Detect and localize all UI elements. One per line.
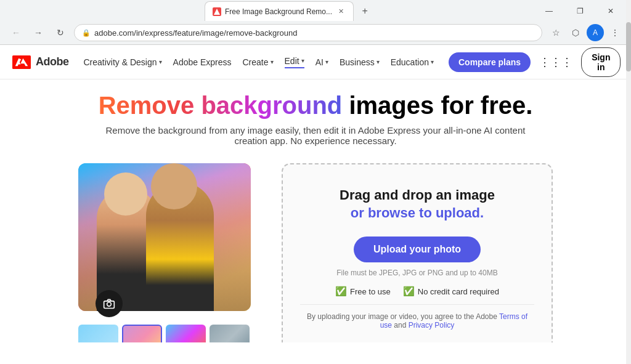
nav-adobe-express[interactable]: Adobe Express bbox=[173, 57, 232, 67]
thumbnail-1[interactable] bbox=[78, 325, 118, 342]
apps-grid-icon[interactable]: ⋮⋮⋮ bbox=[539, 55, 572, 69]
browser-chrome: Free Image Background Remo... ✕ + — ❐ ✕ … bbox=[0, 0, 631, 45]
chevron-down-icon: ▾ bbox=[159, 59, 162, 65]
maximize-button[interactable]: ❐ bbox=[566, 2, 594, 20]
feature-no-credit: ✅ No credit card required bbox=[403, 286, 499, 297]
hero-subtitle: Remove the background from any image eas… bbox=[100, 125, 531, 146]
thumbnail-4[interactable] bbox=[210, 325, 250, 342]
site-content: Adobe Creativity & Design ▾ Adobe Expres… bbox=[0, 45, 631, 342]
camera-button[interactable] bbox=[96, 290, 123, 317]
toolbar-icons: ☆ ⬡ A ⋮ bbox=[547, 24, 624, 41]
upload-drag-title: Drag and drop an image or browse to uplo… bbox=[340, 187, 495, 222]
upload-panel: Drag and drop an image or browse to uplo… bbox=[282, 163, 553, 342]
lock-icon: 🔒 bbox=[82, 29, 91, 37]
checkmark-icon-2: ✅ bbox=[403, 286, 415, 297]
minimize-button[interactable]: — bbox=[535, 2, 563, 20]
feature-free: ✅ Free to use bbox=[335, 286, 391, 297]
image-panel bbox=[78, 163, 263, 342]
tab-title: Free Image Background Remo... bbox=[225, 7, 332, 16]
hero-heading: Remove background images for free. bbox=[25, 92, 606, 119]
nav-business[interactable]: Business ▾ bbox=[340, 57, 380, 67]
adobe-wordmark: Adobe bbox=[36, 55, 69, 68]
tab-favicon bbox=[213, 7, 221, 16]
chevron-down-icon: ▾ bbox=[301, 57, 304, 64]
nav-actions: Compare plans ⋮⋮⋮ Sign in bbox=[449, 47, 621, 77]
scrollbar[interactable] bbox=[626, 0, 631, 364]
address-bar: ← → ↻ 🔒 adobe.com/in/express/feature/ima… bbox=[0, 22, 631, 44]
upload-browse-link[interactable]: or browse to upload. bbox=[351, 205, 484, 220]
bookmark-icon[interactable]: ☆ bbox=[547, 24, 564, 41]
nav-create[interactable]: Create ▾ bbox=[243, 57, 274, 67]
back-button[interactable]: ← bbox=[7, 24, 25, 41]
menu-icon[interactable]: ⋮ bbox=[606, 24, 624, 41]
main-content: Remove background images for free. Remov… bbox=[0, 79, 631, 342]
extensions-icon[interactable]: ⬡ bbox=[567, 24, 584, 41]
hero-plain-text: images for free. bbox=[342, 92, 532, 119]
chevron-down-icon: ▾ bbox=[431, 59, 434, 65]
nav-education[interactable]: Education ▾ bbox=[391, 57, 434, 67]
nav-creativity-design[interactable]: Creativity & Design ▾ bbox=[84, 57, 162, 67]
active-tab[interactable]: Free Image Background Remo... ✕ bbox=[205, 1, 354, 21]
compare-plans-button[interactable]: Compare plans bbox=[449, 52, 531, 72]
nav-items: Creativity & Design ▾ Adobe Express Crea… bbox=[84, 56, 434, 68]
file-types-text: File must be JPEG, JPG or PNG and up to … bbox=[336, 269, 497, 277]
thumbnail-row bbox=[78, 325, 263, 342]
nav-ai[interactable]: AI ▾ bbox=[316, 57, 328, 67]
title-bar: Free Image Background Remo... ✕ + — ❐ ✕ bbox=[0, 0, 631, 22]
url-text: adobe.com/in/express/feature/image/remov… bbox=[94, 28, 534, 38]
profile-icon[interactable]: A bbox=[587, 24, 604, 41]
upload-footer: By uploading your image or video, you ag… bbox=[300, 304, 534, 330]
svg-marker-0 bbox=[214, 9, 220, 15]
tab-close-button[interactable]: ✕ bbox=[336, 7, 346, 17]
chevron-down-icon: ▾ bbox=[271, 59, 274, 65]
checkmark-icon: ✅ bbox=[335, 286, 347, 297]
scrollbar-thumb[interactable] bbox=[626, 22, 631, 71]
nav-edit[interactable]: Edit ▾ bbox=[285, 56, 304, 68]
reload-button[interactable]: ↻ bbox=[52, 24, 69, 41]
sign-in-button[interactable]: Sign in bbox=[581, 47, 621, 77]
privacy-policy-link[interactable]: Privacy Policy bbox=[409, 321, 455, 330]
forward-button[interactable]: → bbox=[30, 24, 47, 41]
svg-point-5 bbox=[107, 302, 112, 307]
main-preview-image bbox=[78, 163, 251, 311]
adobe-logo[interactable]: Adobe bbox=[12, 55, 69, 70]
upload-features: ✅ Free to use ✅ No credit card required bbox=[335, 286, 499, 297]
thumbnail-2[interactable] bbox=[122, 325, 162, 342]
hero-gradient-text: Remove background bbox=[99, 92, 343, 119]
close-button[interactable]: ✕ bbox=[596, 2, 625, 20]
tab-bar: Free Image Background Remo... ✕ + bbox=[198, 1, 380, 21]
chevron-down-icon: ▾ bbox=[377, 59, 380, 65]
upload-photo-button[interactable]: Upload your photo bbox=[354, 237, 481, 262]
window-controls: — ❐ ✕ bbox=[535, 2, 625, 20]
adobe-icon bbox=[12, 55, 31, 70]
thumbnail-3[interactable] bbox=[166, 325, 206, 342]
url-bar[interactable]: 🔒 adobe.com/in/express/feature/image/rem… bbox=[74, 24, 542, 41]
hero-title: Remove background images for free. bbox=[25, 92, 606, 119]
site-nav: Adobe Creativity & Design ▾ Adobe Expres… bbox=[0, 45, 631, 79]
new-tab-button[interactable]: + bbox=[356, 2, 373, 20]
content-area: Drag and drop an image or browse to uplo… bbox=[25, 163, 606, 342]
chevron-down-icon: ▾ bbox=[325, 59, 328, 65]
